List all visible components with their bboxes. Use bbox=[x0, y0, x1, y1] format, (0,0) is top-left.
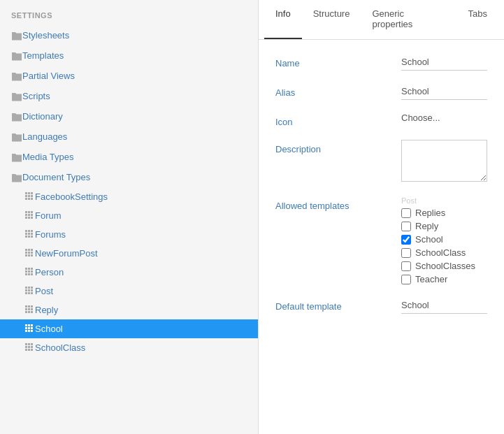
svg-rect-80 bbox=[31, 349, 33, 351]
settings-label: SETTINGS bbox=[0, 0, 258, 25]
svg-rect-34 bbox=[28, 254, 30, 256]
template-item-school: School bbox=[401, 234, 487, 245]
icon-row: Icon Choose... bbox=[275, 113, 487, 127]
sidebar-subitem-school[interactable]: School bbox=[0, 319, 258, 338]
template-checkbox-school-class[interactable] bbox=[401, 248, 411, 258]
sidebar-subitem-facebook-settings[interactable]: FacebookSettings bbox=[0, 187, 258, 206]
sidebar-subitem-person[interactable]: Person bbox=[0, 263, 258, 282]
template-checkbox-replies[interactable] bbox=[401, 208, 411, 218]
sidebar-subitem-label: Post bbox=[35, 286, 53, 296]
template-item-school-classes: SchoolClasses bbox=[401, 261, 487, 271]
sidebar-subitem-school-class[interactable]: SchoolClass bbox=[0, 338, 258, 357]
svg-rect-47 bbox=[31, 287, 33, 289]
default-template-input[interactable] bbox=[401, 297, 487, 314]
sidebar-item-templates[interactable]: Templates bbox=[0, 45, 258, 66]
sidebar-item-document-types[interactable]: Document Types bbox=[0, 167, 258, 187]
svg-rect-64 bbox=[28, 324, 30, 326]
sidebar-subitem-new-forum-post[interactable]: NewForumPost bbox=[0, 244, 258, 263]
sidebar-subitem-forums[interactable]: Forums bbox=[0, 225, 258, 244]
svg-rect-36 bbox=[25, 268, 27, 270]
folder-icon bbox=[11, 132, 22, 142]
sidebar-item-dictionary[interactable]: Dictionary bbox=[0, 106, 258, 126]
folder-icon bbox=[11, 31, 22, 41]
name-row: Name bbox=[275, 54, 487, 71]
svg-rect-9 bbox=[25, 211, 27, 213]
sidebar-item-label: Media Types bbox=[22, 152, 73, 162]
svg-rect-40 bbox=[28, 270, 30, 273]
sidebar-item-stylesheets[interactable]: Stylesheets bbox=[0, 25, 258, 45]
grid-icon bbox=[25, 249, 35, 259]
grid-icon bbox=[25, 324, 35, 334]
sidebar: SETTINGS Stylesheets Templates Partial V… bbox=[0, 0, 259, 434]
grid-icon bbox=[25, 287, 35, 296]
sidebar-item-label: Document Types bbox=[22, 172, 90, 182]
folder-icon bbox=[11, 71, 22, 81]
sidebar-subitem-label: Forums bbox=[35, 229, 66, 240]
sidebar-item-label: Templates bbox=[22, 50, 64, 61]
sidebar-subitem-label: FacebookSettings bbox=[35, 191, 108, 202]
svg-rect-44 bbox=[31, 273, 33, 275]
sidebar-item-languages[interactable]: Languages bbox=[0, 126, 258, 147]
svg-rect-56 bbox=[31, 305, 33, 308]
svg-rect-14 bbox=[31, 214, 33, 216]
tab-info[interactable]: Info bbox=[264, 0, 302, 39]
tab-bar: Info Structure Generic properties Tabs bbox=[259, 0, 504, 40]
sidebar-item-label: Scripts bbox=[22, 91, 50, 101]
svg-rect-31 bbox=[28, 252, 30, 254]
folder-icon bbox=[11, 173, 22, 182]
svg-rect-71 bbox=[31, 330, 33, 332]
tab-tabs[interactable]: Tabs bbox=[457, 0, 498, 39]
svg-rect-65 bbox=[31, 324, 33, 326]
svg-rect-57 bbox=[25, 308, 27, 310]
name-input[interactable] bbox=[401, 54, 487, 71]
sidebar-subitem-reply[interactable]: Reply bbox=[0, 301, 258, 319]
templates-list: Replies Reply School SchoolClass bbox=[401, 208, 487, 284]
template-item-reply: Reply bbox=[401, 221, 487, 231]
template-checkbox-teacher[interactable] bbox=[401, 275, 411, 284]
grid-icon bbox=[25, 192, 35, 202]
choose-icon-button[interactable]: Choose... bbox=[401, 113, 440, 123]
svg-rect-21 bbox=[25, 233, 27, 235]
grid-icon bbox=[25, 268, 35, 277]
sidebar-subitem-label: Person bbox=[35, 267, 64, 277]
svg-rect-3 bbox=[25, 195, 27, 197]
description-input[interactable] bbox=[401, 140, 487, 182]
tab-generic-properties[interactable]: Generic properties bbox=[361, 0, 456, 39]
sidebar-item-label: Partial Views bbox=[22, 71, 75, 81]
svg-rect-38 bbox=[31, 268, 33, 270]
template-checkbox-reply[interactable] bbox=[401, 222, 411, 231]
svg-rect-4 bbox=[28, 195, 30, 197]
sidebar-subitem-label: Forum bbox=[35, 210, 62, 221]
template-checkbox-school-classes[interactable] bbox=[401, 261, 411, 271]
svg-rect-35 bbox=[31, 254, 33, 256]
svg-rect-19 bbox=[28, 230, 30, 232]
sidebar-item-scripts[interactable]: Scripts bbox=[0, 86, 258, 106]
sidebar-subitem-post[interactable]: Post bbox=[0, 282, 258, 301]
icon-field: Choose... bbox=[401, 113, 487, 123]
svg-rect-53 bbox=[31, 292, 33, 294]
template-item-school-class: SchoolClass bbox=[401, 247, 487, 258]
template-label-school: School bbox=[415, 234, 443, 245]
svg-rect-10 bbox=[28, 211, 30, 213]
sidebar-subitem-label: Reply bbox=[35, 305, 58, 315]
svg-rect-18 bbox=[25, 230, 27, 232]
svg-rect-28 bbox=[28, 249, 30, 251]
template-item-replies: Replies bbox=[401, 208, 487, 218]
sidebar-item-media-types[interactable]: Media Types bbox=[0, 147, 258, 167]
grid-icon bbox=[25, 211, 35, 221]
svg-rect-24 bbox=[25, 236, 27, 238]
svg-rect-5 bbox=[31, 195, 33, 197]
alias-input[interactable] bbox=[401, 83, 487, 100]
svg-rect-12 bbox=[25, 214, 27, 216]
name-label: Name bbox=[275, 54, 401, 68]
svg-rect-63 bbox=[25, 324, 27, 326]
sidebar-item-partial-views[interactable]: Partial Views bbox=[0, 66, 258, 86]
svg-rect-77 bbox=[31, 346, 33, 348]
template-checkbox-school[interactable] bbox=[401, 235, 411, 245]
tab-structure[interactable]: Structure bbox=[302, 0, 361, 39]
sidebar-subitem-forum[interactable]: Forum bbox=[0, 206, 258, 225]
icon-label: Icon bbox=[275, 113, 401, 127]
folder-icon bbox=[11, 51, 22, 61]
svg-rect-1 bbox=[28, 192, 30, 194]
template-label-replies: Replies bbox=[415, 208, 445, 218]
